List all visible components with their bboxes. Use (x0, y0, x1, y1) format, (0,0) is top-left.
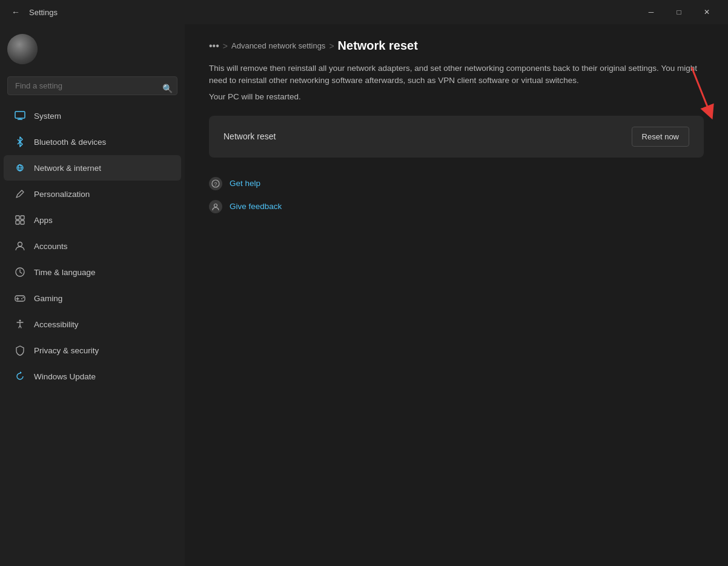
privacy-icon (13, 344, 27, 357)
search-container: 🔍 (0, 74, 185, 102)
give-feedback-icon (209, 200, 222, 213)
links-section: ? Get help Give feedback (209, 172, 704, 218)
close-icon: ✕ (704, 8, 710, 16)
sidebar-item-bluetooth-label: Bluetooth & devices (34, 138, 106, 147)
get-help-icon: ? (209, 177, 222, 190)
profile-area (0, 24, 185, 74)
back-icon: ← (12, 7, 20, 17)
sidebar-item-update-label: Windows Update (34, 372, 96, 381)
sidebar-item-network[interactable]: Network & internet (4, 155, 181, 181)
get-help-link[interactable]: ? Get help (209, 172, 704, 195)
back-button[interactable]: ← (7, 4, 24, 21)
close-button[interactable]: ✕ (693, 2, 721, 22)
sidebar-item-time[interactable]: Time & language (4, 259, 181, 285)
sidebar-item-gaming-label: Gaming (34, 294, 62, 303)
titlebar: ← Settings ─ □ ✕ (0, 0, 728, 24)
sidebar-item-accounts[interactable]: Accounts (4, 233, 181, 259)
sidebar-item-accessibility[interactable]: Accessibility (4, 311, 181, 337)
avatar (7, 34, 38, 64)
main-description: This will remove then reinstall all your… (209, 62, 704, 87)
svg-point-17 (214, 204, 217, 207)
bluetooth-icon (13, 135, 27, 148)
svg-rect-4 (16, 216, 19, 219)
content-inner: ••• > Advanced network settings > Networ… (209, 39, 704, 218)
system-icon (13, 109, 27, 122)
network-reset-card: Network reset Reset now (209, 116, 704, 158)
reset-now-button[interactable]: Reset now (632, 127, 689, 147)
sidebar-item-system[interactable]: System (4, 103, 181, 128)
window-controls: ─ □ ✕ (637, 2, 721, 22)
sidebar-item-accounts-label: Accounts (34, 242, 68, 251)
sidebar-item-personalization-label: Personalization (34, 190, 90, 199)
sidebar-item-accessibility-label: Accessibility (34, 320, 79, 329)
page-title: Network reset (338, 39, 418, 53)
svg-point-8 (18, 242, 22, 247)
search-icon[interactable]: 🔍 (162, 84, 173, 93)
minimize-button[interactable]: ─ (637, 2, 665, 22)
app-body: 🔍 System Blue (0, 24, 728, 566)
apps-icon (13, 213, 27, 227)
nav-list: System Bluetooth & devices (0, 102, 185, 390)
main-content: ••• > Advanced network settings > Networ… (185, 24, 728, 566)
sidebar-item-privacy-label: Privacy & security (34, 346, 99, 355)
accessibility-icon (13, 318, 27, 331)
sidebar: 🔍 System Blue (0, 24, 185, 566)
maximize-icon: □ (677, 8, 681, 16)
card-label: Network reset (223, 132, 276, 141)
sidebar-item-privacy[interactable]: Privacy & security (4, 338, 181, 363)
maximize-button[interactable]: □ (665, 2, 693, 22)
give-feedback-label: Give feedback (230, 202, 282, 211)
sidebar-item-apps-label: Apps (34, 216, 53, 225)
sidebar-item-update[interactable]: Windows Update (4, 364, 181, 389)
time-icon (13, 265, 27, 279)
svg-rect-0 (15, 112, 25, 118)
search-input[interactable] (7, 76, 177, 95)
sidebar-item-bluetooth[interactable]: Bluetooth & devices (4, 129, 181, 155)
svg-point-12 (23, 297, 24, 298)
gaming-icon (13, 291, 27, 305)
breadcrumb-sep2: > (329, 41, 334, 51)
breadcrumb-sep1: > (223, 41, 228, 51)
update-icon (13, 370, 27, 383)
network-icon (13, 161, 27, 175)
sidebar-item-time-label: Time & language (34, 268, 96, 277)
minimize-icon: ─ (649, 8, 654, 16)
accounts-icon (13, 239, 27, 253)
sidebar-item-system-label: System (34, 112, 61, 121)
svg-rect-7 (21, 221, 24, 224)
svg-text:?: ? (214, 181, 217, 187)
sidebar-item-network-label: Network & internet (34, 164, 101, 173)
breadcrumb-link[interactable]: Advanced network settings (231, 41, 325, 50)
sidebar-item-apps[interactable]: Apps (4, 207, 181, 233)
breadcrumb: ••• > Advanced network settings > Networ… (209, 39, 704, 53)
breadcrumb-dots[interactable]: ••• (209, 41, 219, 52)
svg-point-11 (21, 298, 22, 299)
app-title: Settings (29, 8, 637, 17)
svg-rect-6 (16, 221, 19, 224)
sub-description: Your PC will be restarted. (209, 92, 704, 101)
svg-point-13 (19, 320, 21, 322)
personalization-icon (13, 187, 27, 201)
svg-rect-5 (21, 216, 24, 219)
sidebar-item-personalization[interactable]: Personalization (4, 181, 181, 207)
sidebar-item-gaming[interactable]: Gaming (4, 285, 181, 311)
give-feedback-link[interactable]: Give feedback (209, 195, 704, 218)
get-help-label: Get help (230, 179, 260, 188)
